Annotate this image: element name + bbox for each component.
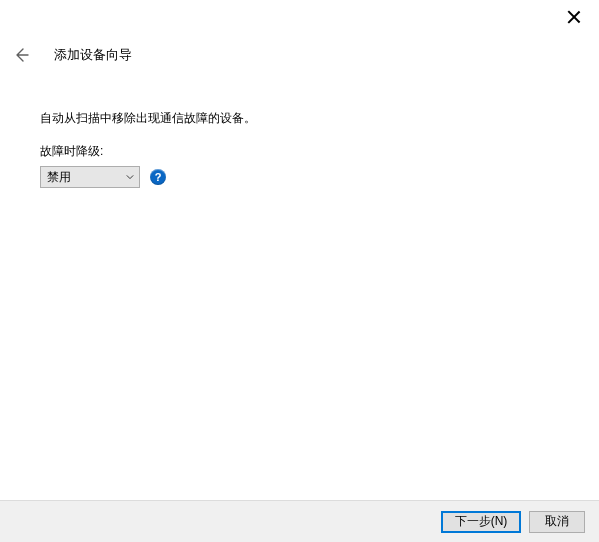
chevron-down-icon — [121, 173, 139, 181]
demote-select[interactable]: 禁用 — [40, 166, 140, 188]
next-button[interactable]: 下一步(N) — [441, 511, 521, 533]
wizard-footer: 下一步(N) 取消 — [0, 500, 599, 542]
demote-label: 故障时降级: — [40, 143, 559, 160]
help-icon[interactable]: ? — [150, 169, 166, 185]
description-text: 自动从扫描中移除出现通信故障的设备。 — [40, 110, 559, 127]
help-glyph: ? — [155, 171, 162, 183]
next-button-label: 下一步(N) — [455, 513, 508, 530]
wizard-header: 添加设备向导 — [10, 44, 132, 66]
demote-field-row: 禁用 ? — [40, 166, 559, 188]
cancel-button-label: 取消 — [545, 513, 569, 530]
back-arrow-icon — [13, 47, 29, 63]
close-button[interactable] — [567, 10, 581, 24]
wizard-content: 自动从扫描中移除出现通信故障的设备。 故障时降级: 禁用 ? — [40, 110, 559, 188]
demote-select-value: 禁用 — [41, 169, 121, 186]
back-button[interactable] — [10, 44, 32, 66]
wizard-title: 添加设备向导 — [54, 46, 132, 64]
cancel-button[interactable]: 取消 — [529, 511, 585, 533]
